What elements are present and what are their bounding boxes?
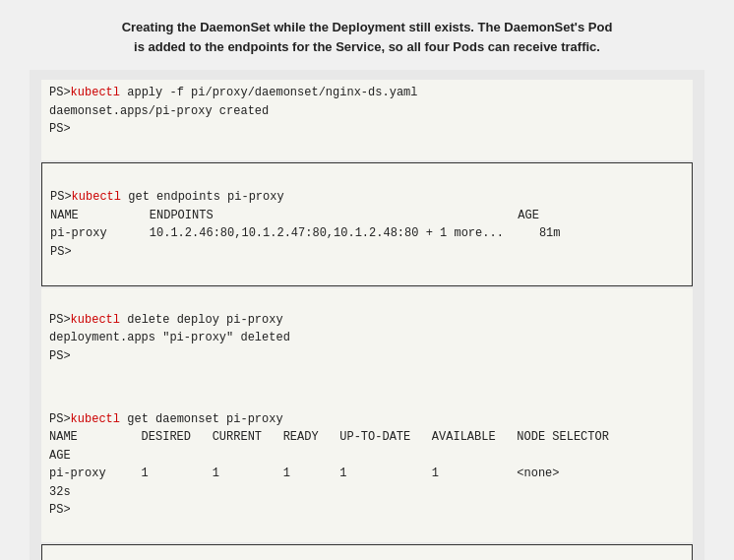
terminal-block-2: PS>kubectl delete deploy pi-proxy deploy… bbox=[41, 288, 693, 388]
terminal-block-3: PS>kubectl get daemonset pi-proxy NAME D… bbox=[41, 388, 693, 542]
kubectl-1: kubectl bbox=[71, 86, 120, 99]
top-caption: Creating the DaemonSet while the Deploym… bbox=[30, 18, 704, 56]
terminal-block-1: PS>kubectl apply -f pi/proxy/daemonset/n… bbox=[41, 80, 693, 160]
terminal-box-2: PS>kubectl get po -l app=pi-proxy NAME R… bbox=[41, 544, 693, 560]
kubectl-3: kubectl bbox=[71, 412, 120, 426]
prompt-1: PS> bbox=[49, 86, 71, 99]
cmd-box1: get endpoints pi-proxy NAME ENDPOINTS AG… bbox=[50, 190, 560, 259]
kubectl-2: kubectl bbox=[71, 313, 120, 327]
created-text: created bbox=[219, 104, 269, 118]
terminal-box-1: PS>kubectl get endpoints pi-proxy NAME E… bbox=[41, 162, 693, 286]
prompt-box1: PS> bbox=[50, 190, 72, 204]
prompt-3: PS> bbox=[49, 412, 71, 426]
kubectl-box1: kubectl bbox=[72, 190, 121, 204]
cmd-3: get daemonset pi-proxy NAME DESIRED CURR… bbox=[49, 412, 609, 518]
main-terminal-container: PS>kubectl apply -f pi/proxy/daemonset/n… bbox=[30, 70, 704, 560]
prompt-2: PS> bbox=[49, 313, 71, 327]
